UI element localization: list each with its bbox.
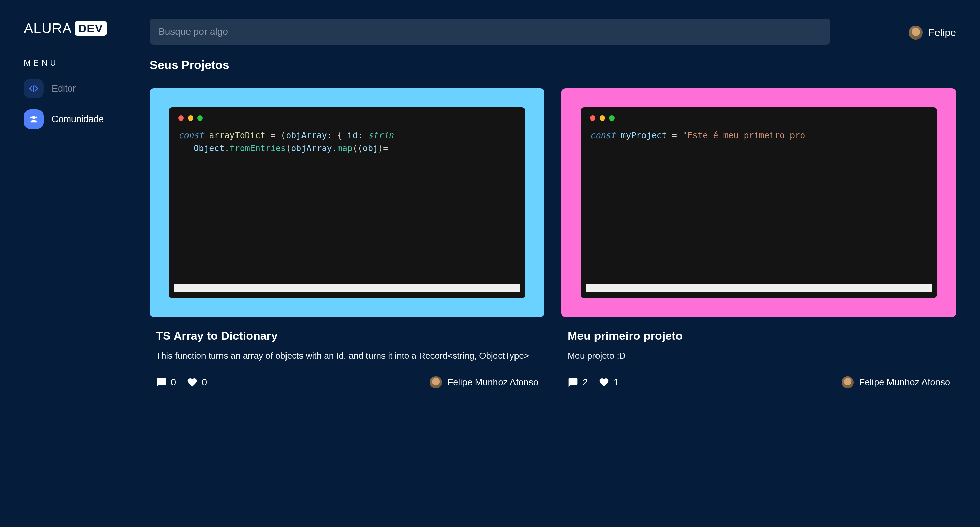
project-card[interactable]: const arrayToDict = (objArray: { id: str…: [150, 88, 544, 395]
window-minimize-icon: [188, 115, 193, 121]
code-window: const arrayToDict = (objArray: { id: str…: [169, 107, 525, 298]
code-content: const arrayToDict = (objArray: { id: str…: [169, 126, 525, 283]
comment-icon: [568, 377, 579, 388]
author-avatar: [842, 376, 854, 388]
sidebar-item-editor[interactable]: Editor: [24, 79, 136, 99]
heart-icon: [598, 377, 609, 388]
svg-line-0: [33, 86, 34, 92]
logo-text: ALURA: [24, 21, 72, 37]
user-name: Felipe: [928, 27, 956, 38]
comments-count: 0: [171, 377, 176, 388]
code-icon: [24, 79, 43, 99]
window-close-icon: [178, 115, 184, 121]
project-card[interactable]: const myProject = "Este é meu primeiro p…: [562, 88, 956, 395]
logo-badge: DEV: [75, 21, 107, 36]
likes-count: 0: [202, 377, 207, 388]
avatar: [908, 25, 923, 40]
horizontal-scrollbar[interactable]: [174, 283, 520, 293]
horizontal-scrollbar[interactable]: [586, 283, 932, 293]
project-description: This function turns an array of objects …: [156, 349, 538, 363]
author-name: Felipe Munhoz Afonso: [447, 377, 538, 388]
logo[interactable]: ALURA DEV: [24, 21, 136, 37]
window-controls: [169, 107, 525, 126]
window-close-icon: [590, 115, 595, 121]
code-preview-frame: const arrayToDict = (objArray: { id: str…: [150, 88, 544, 317]
likes-count: 1: [614, 377, 619, 388]
comments-stat[interactable]: 0: [156, 377, 176, 388]
project-author[interactable]: Felipe Munhoz Afonso: [430, 376, 538, 388]
users-icon: [24, 109, 43, 129]
sidebar: MENU Editor Comunidade: [0, 58, 136, 408]
menu-label: MENU: [24, 58, 136, 68]
sidebar-item-label: Editor: [52, 83, 76, 94]
author-name: Felipe Munhoz Afonso: [859, 377, 950, 388]
user-profile[interactable]: Felipe: [908, 21, 956, 45]
svg-point-2: [30, 116, 32, 118]
sidebar-item-community[interactable]: Comunidade: [24, 109, 136, 129]
code-window: const myProject = "Este é meu primeiro p…: [581, 107, 937, 298]
comment-icon: [156, 377, 167, 388]
project-author[interactable]: Felipe Munhoz Afonso: [842, 376, 950, 388]
projects-grid: const arrayToDict = (objArray: { id: str…: [150, 88, 956, 395]
main-content: Seus Projetos const arrayToDict = (objAr…: [150, 58, 980, 408]
project-title: Meu primeiro projeto: [568, 329, 950, 342]
project-title: TS Array to Dictionary: [156, 329, 538, 342]
code-content: const myProject = "Este é meu primeiro p…: [581, 126, 937, 283]
search-input[interactable]: [150, 19, 830, 45]
project-description: Meu projeto :D: [568, 349, 950, 363]
svg-point-1: [35, 116, 37, 118]
sidebar-item-label: Comunidade: [52, 114, 104, 124]
code-preview-frame: const myProject = "Este é meu primeiro p…: [562, 88, 956, 317]
likes-stat[interactable]: 0: [187, 377, 207, 388]
likes-stat[interactable]: 1: [598, 377, 619, 388]
page-title: Seus Projetos: [150, 58, 956, 72]
heart-icon: [187, 377, 198, 388]
window-controls: [581, 107, 937, 126]
comments-count: 2: [582, 377, 588, 388]
window-maximize-icon: [197, 115, 203, 121]
author-avatar: [430, 376, 442, 388]
window-minimize-icon: [600, 115, 605, 121]
window-maximize-icon: [609, 115, 614, 121]
comments-stat[interactable]: 2: [568, 377, 588, 388]
